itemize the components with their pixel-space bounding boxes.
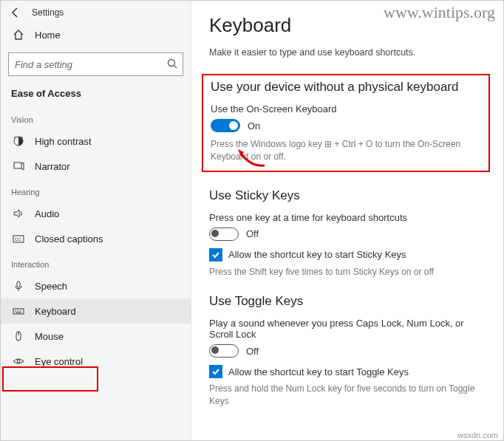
home-nav[interactable]: Home xyxy=(1,21,191,48)
mouse-icon xyxy=(13,330,24,342)
osk-toggle[interactable] xyxy=(211,119,240,132)
nav-label: Narrator xyxy=(35,161,70,172)
svg-point-10 xyxy=(15,310,16,311)
nav-label: Speech xyxy=(35,281,67,292)
nav-mouse[interactable]: Mouse xyxy=(1,324,191,349)
group-interaction: Interaction xyxy=(1,251,191,273)
home-icon xyxy=(13,29,24,41)
sticky-hint: Press the Shift key five times to turn S… xyxy=(209,266,486,278)
group-hearing: Hearing xyxy=(1,179,191,201)
back-button[interactable] xyxy=(10,7,21,18)
osk-hint: Press the Windows logo key ⊞ + Ctrl + O … xyxy=(211,138,481,163)
nav-narrator[interactable]: Narrator xyxy=(1,154,191,179)
section-heading: Use your device without a physical keybo… xyxy=(211,80,481,95)
svg-line-1 xyxy=(174,66,177,69)
nav-audio[interactable]: Audio xyxy=(1,201,191,226)
tk-toggle[interactable] xyxy=(209,344,239,358)
sticky-shortcut-checkbox[interactable] xyxy=(209,248,222,261)
section-heading: Use Toggle Keys xyxy=(209,294,486,309)
page-title: Keyboard xyxy=(209,14,486,37)
nav-keyboard[interactable]: Keyboard xyxy=(1,298,191,324)
eye-icon xyxy=(13,355,24,367)
cc-icon: CC xyxy=(13,233,24,245)
svg-rect-9 xyxy=(13,309,24,314)
section-heading: Use Sticky Keys xyxy=(209,188,486,203)
page-subtitle: Make it easier to type and use keyboard … xyxy=(209,47,486,58)
tk-state: Off xyxy=(246,346,259,357)
svg-text:CC: CC xyxy=(15,237,21,242)
contrast-icon xyxy=(13,135,24,147)
svg-point-12 xyxy=(19,310,20,311)
tk-label: Play a sound whenever you press Caps Loc… xyxy=(209,318,486,340)
speech-icon xyxy=(13,280,24,292)
group-vision: Vision xyxy=(1,106,191,129)
nav-label: Audio xyxy=(35,208,59,219)
section-onscreen-keyboard: Use your device without a physical keybo… xyxy=(202,74,490,172)
svg-rect-5 xyxy=(14,163,21,168)
osk-label: Use the On-Screen Keyboard xyxy=(211,103,481,114)
nav-label: Eye control xyxy=(35,356,83,367)
nav-label: Mouse xyxy=(35,331,64,342)
narrator-icon xyxy=(13,160,24,172)
search-icon xyxy=(167,58,177,69)
svg-rect-8 xyxy=(17,281,20,287)
osk-state: On xyxy=(248,120,260,131)
section-toggle-keys: Use Toggle Keys Play a sound whenever yo… xyxy=(209,294,486,408)
home-label: Home xyxy=(35,30,61,41)
tk-shortcut-checkbox[interactable] xyxy=(209,365,222,378)
tk-checkbox-label: Allow the shortcut key to start Toggle K… xyxy=(228,366,409,377)
svg-point-11 xyxy=(17,310,18,311)
nav-high-contrast[interactable]: High contrast xyxy=(1,129,191,154)
sidebar-section-header: Ease of Access xyxy=(1,83,191,106)
nav-speech[interactable]: Speech xyxy=(1,273,191,298)
search-input[interactable] xyxy=(8,52,183,76)
nav-label: High contrast xyxy=(35,136,92,147)
keyboard-icon xyxy=(13,305,24,317)
sticky-checkbox-label: Allow the shortcut key to start Sticky K… xyxy=(228,249,406,260)
tk-hint: Press and hold the Num Lock key for five… xyxy=(209,383,486,408)
nav-label: Closed captions xyxy=(35,233,103,245)
nav-eye-control[interactable]: Eye control xyxy=(1,349,191,374)
svg-point-0 xyxy=(168,60,175,66)
sticky-label: Press one key at a time for keyboard sho… xyxy=(209,212,486,223)
nav-closed-captions[interactable]: CC Closed captions xyxy=(1,226,191,251)
svg-point-16 xyxy=(17,360,20,363)
audio-icon xyxy=(13,208,24,219)
window-title: Settings xyxy=(32,7,64,18)
sticky-toggle[interactable] xyxy=(209,228,239,241)
sticky-state: Off xyxy=(246,228,259,239)
nav-label: Keyboard xyxy=(35,306,76,317)
section-sticky-keys: Use Sticky Keys Press one key at a time … xyxy=(209,188,486,278)
